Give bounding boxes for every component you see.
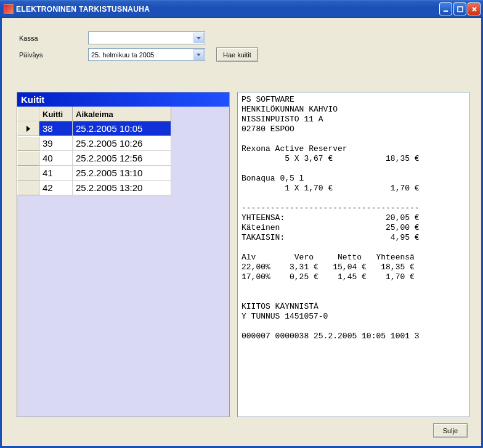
receipts-grid[interactable]: Kuitti Aikaleima 3825.2.2005 10:053925.2… [17,107,229,195]
sulje-button[interactable]: Sulje [433,423,468,438]
table-row[interactable]: 4025.2.2005 12:56 [17,151,229,166]
cell-kuitti[interactable]: 38 [39,121,73,136]
paivays-combo[interactable]: 25. helmikuu ta 2005 [88,48,205,61]
titlebar: ELEKTRONINEN TARKISTUSNAUHA [0,0,483,18]
cell-kuitti[interactable]: 39 [39,136,73,151]
row-header[interactable] [17,166,39,181]
kassa-label: Kassa [19,35,88,42]
hae-kuitit-button[interactable]: Hae kuitit [216,47,258,62]
kassa-combo[interactable] [88,31,205,44]
grid-title: Kuitit [17,92,229,107]
cell-aikaleima[interactable]: 25.2.2005 13:20 [73,181,171,195]
client-area: Kassa Päiväys 25. helmikuu ta 2005 Hae k… [0,18,483,448]
grid-corner [17,107,39,121]
row-header[interactable] [17,181,39,195]
table-row[interactable]: 3925.2.2005 10:26 [17,136,229,151]
row-header[interactable] [17,136,39,151]
paivays-label: Päiväys [19,51,88,59]
maximize-button[interactable] [453,2,466,15]
cell-kuitti[interactable]: 41 [39,166,73,181]
chevron-down-icon [193,49,204,60]
receipt-text[interactable]: PS SOFTWARE HENKILÖKUNNAN KAHVIO NISSINP… [237,92,469,417]
receipts-grid-panel: Kuitit Kuitti Aikaleima 3825.2.2005 10:0… [17,92,230,417]
paivays-value: 25. helmikuu ta 2005 [91,51,154,59]
cell-aikaleima[interactable]: 25.2.2005 10:05 [73,121,171,136]
table-row[interactable]: 4225.2.2005 13:20 [17,181,229,195]
app-icon [4,4,14,14]
cell-kuitti[interactable]: 40 [39,151,73,166]
table-row[interactable]: 3825.2.2005 10:05 [17,121,229,136]
row-header[interactable] [17,121,39,136]
row-header[interactable] [17,151,39,166]
cell-aikaleima[interactable]: 25.2.2005 12:56 [73,151,171,166]
minimize-button[interactable] [439,2,452,15]
close-button[interactable] [468,2,481,15]
col-header-kuitti[interactable]: Kuitti [39,107,73,121]
current-row-indicator-icon [26,126,30,132]
cell-kuitti[interactable]: 42 [39,181,73,195]
table-row[interactable]: 4125.2.2005 13:10 [17,166,229,181]
svg-rect-1 [458,7,463,12]
col-header-aikaleima[interactable]: Aikaleima [73,107,171,121]
svg-rect-0 [444,10,448,12]
receipt-content: PS SOFTWARE HENKILÖKUNNAN KAHVIO NISSINP… [242,95,420,341]
chevron-down-icon [193,33,204,43]
window-title: ELEKTRONINEN TARKISTUSNAUHA [16,5,439,14]
cell-aikaleima[interactable]: 25.2.2005 13:10 [73,166,171,181]
cell-aikaleima[interactable]: 25.2.2005 10:26 [73,136,171,151]
grid-header-row: Kuitti Aikaleima [17,107,229,121]
